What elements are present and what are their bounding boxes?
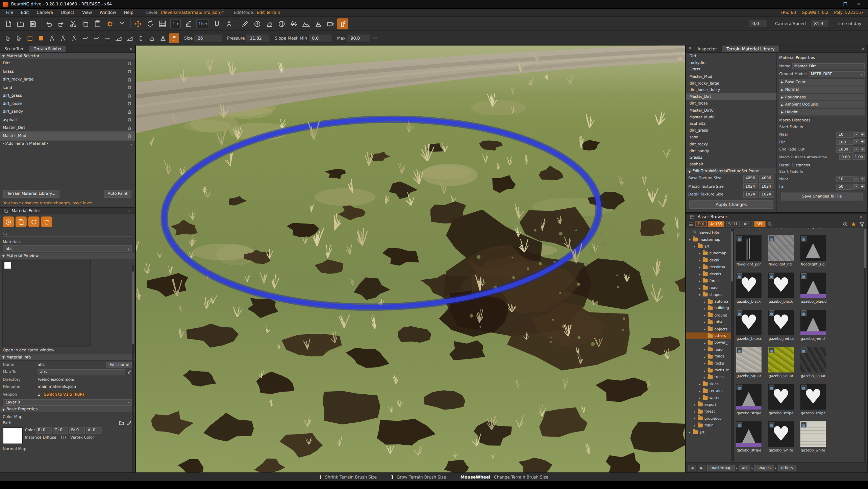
- material-selector-header[interactable]: ▼ Material Selector: [0, 53, 135, 60]
- slope-tool-icon[interactable]: [113, 33, 124, 43]
- color-swatch[interactable]: [3, 427, 23, 444]
- drop-to-ground-icon[interactable]: [223, 18, 235, 29]
- terrain-material-library-button[interactable]: Terrain Material Library...: [3, 190, 59, 197]
- texture-size-input[interactable]: 4096: [759, 176, 774, 182]
- delete-material-icon[interactable]: [127, 69, 132, 74]
- tree-expander[interactable]: ▸: [698, 258, 701, 262]
- asset-thumbnail[interactable]: gazebo_black: [736, 273, 768, 307]
- asset-thumbnail[interactable]: gazebo_blue.d: [800, 273, 832, 307]
- switch-pbr-button[interactable]: Switch to V1.5 (PBR): [42, 392, 86, 398]
- material-map-section[interactable]: ▶ Ambient Occlusio: [779, 101, 865, 108]
- asset-thumbnail[interactable]: floodlight_d.d: [736, 228, 768, 233]
- distance-input[interactable]: 10: [836, 132, 853, 138]
- menu-window[interactable]: Window: [96, 10, 120, 15]
- tab-inspector[interactable]: Inspector: [693, 46, 722, 52]
- terrain-material-row[interactable]: dirt_sandy: [0, 108, 135, 116]
- camera-speed-value[interactable]: 81.3: [810, 19, 829, 28]
- tree-expander[interactable]: ▾: [693, 245, 696, 248]
- menu-object[interactable]: Object: [57, 10, 78, 15]
- tree-expander[interactable]: ▸: [703, 320, 706, 324]
- search-icon[interactable]: [767, 221, 772, 227]
- delete-material-icon[interactable]: [127, 109, 132, 114]
- material-row-master-dirt[interactable]: Master_Dirt: [686, 93, 777, 100]
- slope-mask-spinner[interactable]: [371, 37, 379, 40]
- increment-button[interactable]: +: [860, 132, 865, 137]
- undo-icon[interactable]: [43, 18, 55, 29]
- slope-mask-min-input[interactable]: 0.0: [308, 34, 332, 42]
- asset-thumbnail[interactable]: floodlight_r.d: [768, 235, 800, 270]
- tree-item[interactable]: ▸ objects: [686, 326, 734, 332]
- smooth-dome-icon[interactable]: [276, 18, 288, 29]
- tree-item[interactable]: ▸ rocks: [686, 360, 734, 367]
- draw-spline-icon[interactable]: [239, 18, 251, 29]
- tree-expander[interactable]: ▾: [698, 293, 701, 296]
- magnet-snap-icon[interactable]: [211, 18, 223, 29]
- decrement-button[interactable]: -: [854, 139, 859, 144]
- redo-icon[interactable]: [55, 18, 67, 29]
- cut-icon[interactable]: [67, 18, 79, 29]
- edit-path-icon[interactable]: [126, 420, 132, 425]
- browse-folder-icon[interactable]: [119, 420, 124, 425]
- add-object-icon[interactable]: [251, 18, 264, 29]
- tree-expander[interactable]: ▸: [693, 423, 696, 427]
- new-file-icon[interactable]: [2, 18, 15, 29]
- distance-input[interactable]: 1000: [836, 146, 853, 153]
- tree-expander[interactable]: ▸: [703, 313, 706, 317]
- material-map-section[interactable]: ▶ Height: [779, 109, 865, 115]
- tree-expander[interactable]: ▾: [688, 238, 691, 241]
- tree-item[interactable]: ▸ ground: [686, 312, 734, 319]
- asset-thumbnail[interactable]: floodlight_s.d: [800, 235, 832, 270]
- tree-item[interactable]: ▸ skies: [686, 380, 734, 387]
- create-material-button[interactable]: [3, 216, 14, 227]
- toolbar-button[interactable]: [39, 19, 43, 28]
- tree-item[interactable]: ▸ automa: [686, 298, 734, 305]
- time-of-day-value[interactable]: 0.0: [748, 19, 767, 28]
- decal-stamp-icon[interactable]: [313, 18, 325, 29]
- increment-button[interactable]: +: [860, 177, 865, 182]
- slope-mask-max-input[interactable]: 90.0: [347, 34, 371, 42]
- texture-size-input[interactable]: 1024: [743, 191, 758, 197]
- terrain-material-item[interactable]: Grass: [686, 66, 777, 73]
- decrement-button[interactable]: -: [854, 147, 859, 152]
- tree-expander[interactable]: ▸: [703, 354, 706, 358]
- ground-model-select[interactable]: MSTR_DIRT ▾: [809, 71, 865, 77]
- tree-item[interactable]: ▸ export: [686, 401, 734, 408]
- asset-thumbnail[interactable]: gazebo_stripe: [736, 421, 768, 456]
- paint-material-icon[interactable]: [157, 33, 169, 43]
- filter-sel-badge[interactable]: SEL: [754, 221, 765, 227]
- asset-thumbnail[interactable]: gazebo_white: [800, 421, 832, 456]
- map-to-input[interactable]: abs: [38, 369, 125, 375]
- toolbar-button[interactable]: [128, 19, 132, 28]
- terrain-material-row[interactable]: Grass: [0, 67, 135, 75]
- delete-material-icon[interactable]: [127, 117, 132, 122]
- delete-material-icon[interactable]: [127, 133, 132, 138]
- material-preview[interactable]: [2, 260, 91, 346]
- close-asset-browser-icon[interactable]: [857, 214, 865, 219]
- add-terrain-material[interactable]: <Add Terrain Material> ▾: [0, 140, 135, 148]
- flatten-tool-icon[interactable]: [102, 33, 113, 43]
- terrain-material-row[interactable]: dirt_grass: [0, 92, 135, 100]
- asset-thumbnail[interactable]: gazebo_stripe: [736, 384, 768, 419]
- asset-thumbnail[interactable]: gazebo_stripe: [800, 384, 832, 419]
- terrain-material-row[interactable]: Dirt: [0, 60, 135, 68]
- tree-item[interactable]: ▸ water: [686, 394, 734, 401]
- tree-expander[interactable]: ▸: [693, 417, 696, 420]
- tree-expander[interactable]: ▸: [703, 375, 706, 379]
- delete-material-icon[interactable]: [127, 93, 132, 98]
- terrain-material-item[interactable]: rockydirt: [686, 60, 777, 66]
- terrain-material-item[interactable]: Master_Mud: [686, 73, 777, 80]
- distance-input[interactable]: 100: [836, 139, 853, 145]
- tree-expander[interactable]: ▸: [703, 341, 706, 345]
- ramp-tool-icon[interactable]: [124, 33, 135, 43]
- decrement-button[interactable]: -: [854, 177, 859, 182]
- tree-expander[interactable]: ▸: [698, 382, 701, 386]
- open-file-icon[interactable]: [15, 18, 27, 29]
- rotate-snap-select[interactable]: 15▾: [195, 19, 211, 28]
- asset-thumbnail[interactable]: gazebo_white: [768, 421, 800, 456]
- material-name-input[interactable]: Master_Dirt: [792, 63, 865, 69]
- tree-item[interactable]: ▸ forest: [686, 277, 734, 284]
- menu-camera[interactable]: Camera: [33, 10, 57, 15]
- texture-size-input[interactable]: 4096: [743, 176, 758, 182]
- move-tool-icon[interactable]: [132, 18, 144, 29]
- tree-expander[interactable]: ▸: [698, 279, 701, 283]
